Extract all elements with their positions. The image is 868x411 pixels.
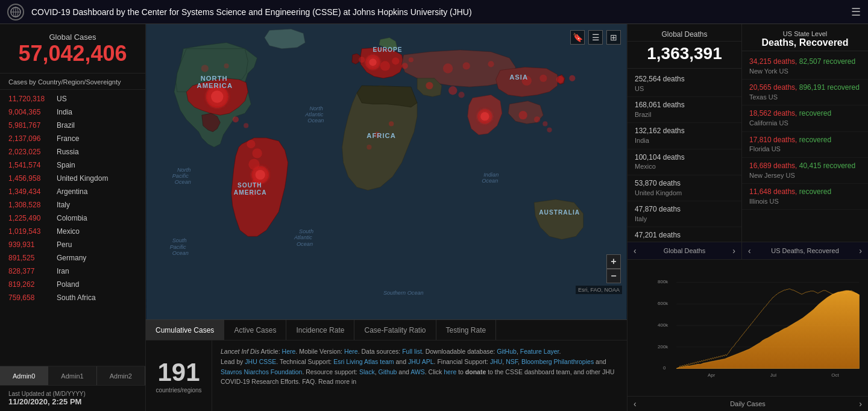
list-view-icon[interactable]: ☰ xyxy=(588,30,603,45)
aws-link[interactable]: AWS xyxy=(410,368,425,375)
country-name: Spain xyxy=(57,160,75,171)
list-item[interactable]: 819,262Poland xyxy=(0,278,145,291)
svg-point-13 xyxy=(359,57,365,63)
jhu-link[interactable]: JHU xyxy=(490,358,502,365)
map-tab-testing-rate[interactable]: Testing Rate xyxy=(436,320,497,340)
list-item[interactable]: 11,720,318US xyxy=(0,92,145,105)
data-sources-link[interactable]: Full list xyxy=(402,348,422,355)
zoom-out-button[interactable]: − xyxy=(606,269,621,283)
global-deaths-next[interactable]: › xyxy=(732,246,735,256)
map-tab-active-cases[interactable]: Active Cases xyxy=(224,320,286,340)
country-cases: 939,931 xyxy=(8,239,57,250)
admin-tab-admin1[interactable]: Admin1 xyxy=(48,366,96,385)
country-cases: 11,720,318 xyxy=(8,93,57,104)
zoom-in-button[interactable]: + xyxy=(606,254,621,269)
list-item: 132,162 deathsIndia xyxy=(627,123,741,149)
us-deaths-prev[interactable]: ‹ xyxy=(748,246,751,256)
list-item[interactable]: 1,019,543Mexico xyxy=(0,225,145,238)
list-item[interactable]: 2,137,096France xyxy=(0,132,145,145)
country-name: Germany xyxy=(57,253,86,263)
deaths-value: 16,689 deaths, xyxy=(749,162,797,170)
list-item[interactable]: 1,349,434Argentina xyxy=(0,185,145,198)
bottom-info: 191 countries/regions Lancet Inf Dis Art… xyxy=(146,340,627,411)
death-count: 100,104 deaths xyxy=(635,152,734,163)
list-item[interactable]: 1,541,574Spain xyxy=(0,158,145,172)
death-count: 132,162 deaths xyxy=(635,126,734,136)
svg-point-38 xyxy=(569,75,575,81)
dashboard-title: COVID-19 Dashboard by the Center for Sys… xyxy=(31,7,844,17)
donate-link[interactable]: here xyxy=(444,368,456,375)
country-list: 11,720,318US9,004,365India5,981,767Brazi… xyxy=(0,90,145,366)
bookmark-icon[interactable]: 🔖 xyxy=(570,30,585,45)
world-map-svg: North Pacific Ocean North Atlantic Ocean… xyxy=(146,24,627,319)
esri-team-link[interactable]: Esri Living Atlas team xyxy=(333,358,394,365)
svg-text:Indian: Indian xyxy=(483,172,498,178)
list-item[interactable]: 939,931Peru xyxy=(0,238,145,251)
svg-point-42 xyxy=(201,64,209,72)
nsf-link[interactable]: NSF xyxy=(506,358,518,365)
map-area[interactable]: North Pacific Ocean North Atlantic Ocean… xyxy=(146,24,627,319)
admin-tab-admin2[interactable]: Admin2 xyxy=(97,366,145,385)
svg-point-33 xyxy=(247,140,255,148)
list-item[interactable]: 1,225,490Colombia xyxy=(0,212,145,225)
death-count: 16,689 deaths, 40,415 recovered xyxy=(749,161,861,171)
map-tab-cumulative-cases[interactable]: Cumulative Cases xyxy=(146,320,224,340)
svg-text:AMERICA: AMERICA xyxy=(197,82,233,89)
map-tab-incidence-rate[interactable]: Incidence Rate xyxy=(286,320,354,340)
country-name: Poland xyxy=(57,279,79,290)
death-count: 252,564 deaths xyxy=(635,74,734,84)
list-item[interactable]: 759,658South Africa xyxy=(0,291,145,304)
list-item[interactable]: 891,525Germany xyxy=(0,251,145,265)
last-updated-value: 11/20/2020, 2:25 PM xyxy=(8,397,137,406)
bloomberg-link[interactable]: Bloomberg Philanthropies xyxy=(521,358,594,365)
grid-view-icon[interactable]: ⊞ xyxy=(606,30,621,45)
feature-layer-link[interactable]: Feature Layer xyxy=(520,348,559,355)
chart-next[interactable]: › xyxy=(859,399,862,409)
deaths-value: 34,215 deaths, xyxy=(749,57,797,66)
country-name: Argentina xyxy=(57,186,87,197)
info-text: Lancet Inf Dis Article: Here. Mobile Ver… xyxy=(212,340,627,411)
jhu-csse-link[interactable]: JHU CSSE xyxy=(245,358,276,365)
list-item[interactable]: 9,004,365India xyxy=(0,105,145,119)
recovered-value: recovered xyxy=(799,136,831,144)
chart-prev[interactable]: ‹ xyxy=(634,399,637,409)
death-count: 47,201 deaths xyxy=(635,230,734,240)
svg-point-39 xyxy=(556,76,564,83)
svg-text:Jul: Jul xyxy=(770,372,776,378)
github-link[interactable]: GitHub xyxy=(497,348,517,355)
map-tab-case-fatality-ratio[interactable]: Case-Fatality Ratio xyxy=(354,320,436,340)
country-name: India xyxy=(57,107,72,118)
global-deaths-prev[interactable]: ‹ xyxy=(634,246,637,256)
svg-point-29 xyxy=(389,121,394,126)
jhu-apl-link[interactable]: JHU APL xyxy=(408,358,434,365)
list-item[interactable]: 5,981,767Brazil xyxy=(0,119,145,132)
svg-point-30 xyxy=(366,145,371,149)
country-name: Peru xyxy=(57,239,72,250)
death-count: 18,562 deaths, recovered xyxy=(749,108,861,119)
list-item: 100,104 deathsMexico xyxy=(627,149,741,175)
stavros-link[interactable]: Stavros Niarchos Foundation xyxy=(221,368,302,375)
slack-link[interactable]: Slack xyxy=(359,368,375,375)
admin-tab-admin0[interactable]: Admin0 xyxy=(0,366,48,385)
country-name: Russia xyxy=(57,146,79,157)
country-cases: 759,658 xyxy=(8,292,57,303)
us-deaths-next[interactable]: › xyxy=(859,246,862,256)
mobile-link[interactable]: Here xyxy=(344,348,358,355)
country-cases: 2,023,025 xyxy=(8,146,57,157)
article-link[interactable]: Here xyxy=(282,348,296,355)
list-item[interactable]: 2,023,025Russia xyxy=(0,145,145,158)
svg-text:0: 0 xyxy=(663,365,666,371)
menu-icon[interactable]: ☰ xyxy=(851,5,861,19)
list-item[interactable]: 1,456,958United Kingdom xyxy=(0,172,145,185)
svg-point-18 xyxy=(443,63,453,73)
svg-point-6 xyxy=(211,90,223,102)
death-location: Mexico xyxy=(635,162,734,171)
country-name: Colombia xyxy=(57,213,87,224)
list-item[interactable]: 828,377Iran xyxy=(0,265,145,278)
country-cases: 1,349,434 xyxy=(8,186,57,197)
list-item[interactable]: 1,308,528Italy xyxy=(0,198,145,212)
github2-link[interactable]: Github xyxy=(378,368,397,375)
center-panel: North Pacific Ocean North Atlantic Ocean… xyxy=(146,24,627,411)
svg-point-10 xyxy=(369,58,376,66)
last-updated-label: Last Updated at (M/D/YYYY) xyxy=(8,391,137,397)
